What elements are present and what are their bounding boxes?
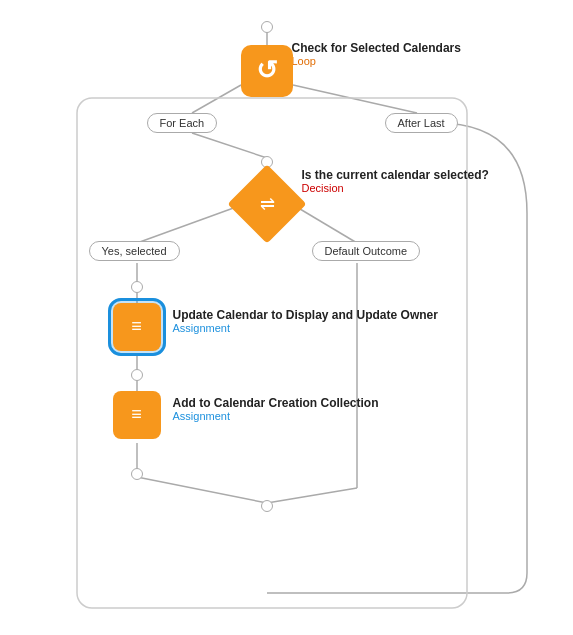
assignment2-connector (131, 369, 143, 381)
decision-label: Is the current calendar selected? Decisi… (302, 168, 489, 194)
check-calendars-label: Check for Selected Calendars Loop (292, 41, 461, 67)
add-collection-title: Add to Calendar Creation Collection (173, 396, 379, 410)
decision-node[interactable]: ⇌ (239, 176, 295, 232)
decision-icon: ⇌ (259, 193, 274, 215)
update-calendar-type: Assignment (173, 322, 438, 334)
connector-circle-6 (261, 500, 273, 512)
svg-line-6 (295, 206, 357, 243)
for-each-label: For Each (147, 113, 218, 133)
diamond-shape[interactable]: ⇌ (227, 164, 306, 243)
assignment2-icon: ≡ (131, 404, 142, 425)
connector-circle-4 (131, 369, 143, 381)
loop-block[interactable]: ↺ (241, 45, 293, 97)
yes-selected-pill[interactable]: Yes, selected (89, 241, 180, 261)
check-calendars-title: Check for Selected Calendars (292, 41, 461, 55)
assignment1-icon: ≡ (131, 316, 142, 337)
connector-circle (261, 21, 273, 33)
svg-line-14 (267, 488, 357, 503)
svg-line-1 (192, 85, 241, 113)
loop-icon: ↺ (256, 55, 278, 86)
decision-type: Decision (302, 182, 489, 194)
svg-line-13 (137, 477, 267, 503)
svg-line-3 (192, 133, 267, 158)
add-collection-type: Assignment (173, 410, 379, 422)
merge-connector (261, 500, 273, 512)
add-collection-node[interactable]: ≡ (113, 391, 161, 439)
update-calendar-title: Update Calendar to Display and Update Ow… (173, 308, 438, 322)
add-collection-block[interactable]: ≡ (113, 391, 161, 439)
svg-line-5 (137, 206, 239, 243)
top-connector (261, 21, 273, 33)
flow-canvas: Check for Selected Calendars Loop ↺ For … (17, 13, 557, 623)
add-collection-label: Add to Calendar Creation Collection Assi… (173, 396, 379, 422)
default-outcome-pill[interactable]: Default Outcome (312, 241, 421, 261)
update-calendar-label: Update Calendar to Display and Update Ow… (173, 308, 438, 334)
yes-selected-label: Yes, selected (89, 241, 180, 261)
bottom-left-connector (131, 468, 143, 480)
assignment1-connector (131, 281, 143, 293)
connector-circle-5 (131, 468, 143, 480)
default-outcome-label: Default Outcome (312, 241, 421, 261)
decision-title: Is the current calendar selected? (302, 168, 489, 182)
for-each-pill[interactable]: For Each (147, 113, 218, 133)
connector-circle-3 (131, 281, 143, 293)
check-calendars-type: Loop (292, 55, 461, 67)
svg-line-2 (293, 85, 417, 113)
update-calendar-node[interactable]: ≡ (113, 303, 161, 351)
after-last-label: After Last (385, 113, 458, 133)
update-calendar-block[interactable]: ≡ (113, 303, 161, 351)
loop-node[interactable]: ↺ (241, 45, 293, 97)
after-last-pill[interactable]: After Last (385, 113, 458, 133)
